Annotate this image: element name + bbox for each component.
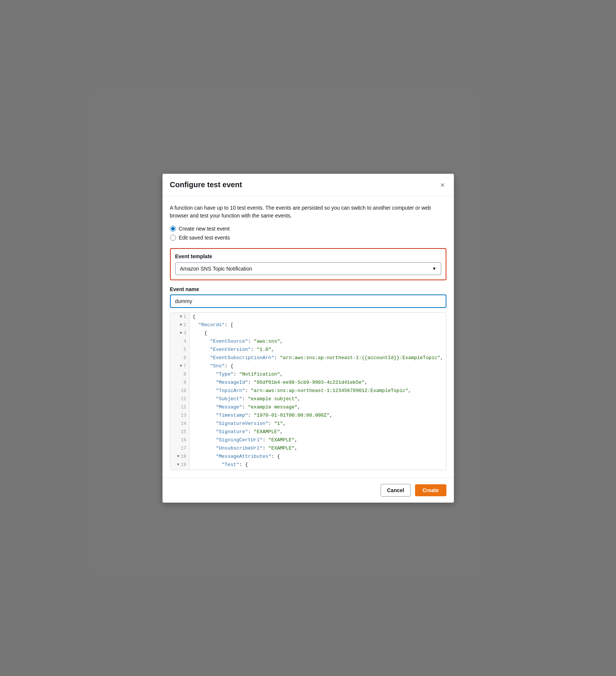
- line-number: 16: [170, 436, 190, 444]
- line-content: "Type": "String",: [190, 469, 446, 470]
- line-number: 14: [170, 420, 190, 428]
- line-content: "MessageId": "95df01b4-ee98-5cb9-9903-4c…: [190, 379, 446, 387]
- line-number: 11: [170, 395, 190, 403]
- table-row: 20 "Type": "String",: [170, 469, 446, 470]
- line-content: "Timestamp": "1970-01-01T00:00:00.000Z",: [190, 411, 446, 420]
- line-content: "Sns": {: [190, 362, 446, 370]
- line-number: 15: [170, 428, 190, 436]
- line-content: "MessageAttributes": {: [190, 453, 446, 461]
- line-number: 13: [170, 411, 190, 420]
- line-content: "TopicArn": "arn:aws:sns:ap-northeast-1:…: [190, 387, 446, 395]
- modal-header: Configure test event ×: [162, 174, 454, 197]
- line-content: "SigningCertUrl": "EXAMPLE",: [190, 436, 446, 444]
- modal-overlay: Configure test event × A function can ha…: [0, 0, 616, 676]
- line-number: ▼18: [170, 453, 190, 461]
- line-number: ▼19: [170, 461, 190, 469]
- table-row: 16 "SigningCertUrl": "EXAMPLE",: [170, 436, 446, 444]
- create-new-radio-label[interactable]: Create new test event: [170, 226, 446, 232]
- table-row: 5 "EventVersion": "1.0",: [170, 346, 446, 354]
- table-row: ▼3 {: [170, 329, 446, 337]
- table-row: 10 "TopicArn": "arn:aws:sns:ap-northeast…: [170, 387, 446, 395]
- code-editor[interactable]: ▼1 { ▼2 "Records": [ ▼3 { 4 "Event: [170, 312, 446, 470]
- line-content: "SignatureVersion": "1",: [190, 420, 446, 428]
- line-number: ▼2: [170, 321, 190, 329]
- line-content: "UnsubscribeUrl": "EXAMPLE",: [190, 444, 446, 453]
- table-row: 11 "Subject": "example subject",: [170, 395, 446, 403]
- modal-title: Configure test event: [170, 180, 242, 189]
- line-number: 12: [170, 403, 190, 411]
- line-number: 9: [170, 379, 190, 387]
- table-row: 6 "EventSubscriptionArn": "arn:aws:sns:a…: [170, 354, 446, 362]
- create-new-radio-text: Create new test event: [179, 226, 230, 232]
- cancel-button[interactable]: Cancel: [381, 484, 411, 497]
- line-number: 10: [170, 387, 190, 395]
- line-content: "EventSource": "aws:sns",: [190, 337, 446, 346]
- event-action-radio-group: Create new test event Edit saved test ev…: [170, 226, 446, 241]
- event-template-label: Event template: [175, 253, 441, 259]
- line-number: 17: [170, 444, 190, 453]
- table-row: ▼2 "Records": [: [170, 321, 446, 329]
- table-row: 13 "Timestamp": "1970-01-01T00:00:00.000…: [170, 411, 446, 420]
- line-content: {: [190, 313, 446, 321]
- code-lines-container: ▼1 { ▼2 "Records": [ ▼3 { 4 "Event: [170, 313, 446, 470]
- table-row: 15 "Signature": "EXAMPLE",: [170, 428, 446, 436]
- table-row: ▼7 "Sns": {: [170, 362, 446, 370]
- edit-saved-radio-text: Edit saved test events: [179, 235, 230, 241]
- configure-test-event-modal: Configure test event × A function can ha…: [162, 174, 454, 503]
- table-row: 17 "UnsubscribeUrl": "EXAMPLE",: [170, 444, 446, 453]
- table-row: ▼1 {: [170, 313, 446, 321]
- line-content: "Test": {: [190, 461, 446, 469]
- line-content: "EventSubscriptionArn": "arn:aws:sns:ap-…: [190, 354, 446, 362]
- event-template-select[interactable]: Amazon SNS Topic Notification Amazon S3 …: [175, 262, 441, 275]
- line-number: 20: [170, 469, 190, 470]
- line-number: 8: [170, 370, 190, 379]
- event-template-section: Event template Amazon SNS Topic Notifica…: [170, 248, 446, 280]
- line-content: "Subject": "example subject",: [190, 395, 446, 403]
- table-row: ▼18 "MessageAttributes": {: [170, 453, 446, 461]
- table-row: ▼19 "Test": {: [170, 461, 446, 469]
- line-content: "Records": [: [190, 321, 446, 329]
- close-button[interactable]: ×: [439, 180, 446, 190]
- modal-footer: Cancel Create: [162, 478, 454, 503]
- event-name-label: Event name: [170, 286, 446, 292]
- line-number: ▼7: [170, 362, 190, 370]
- table-row: 4 "EventSource": "aws:sns",: [170, 337, 446, 346]
- line-content: "Signature": "EXAMPLE",: [190, 428, 446, 436]
- line-number: 5: [170, 346, 190, 354]
- line-number: 6: [170, 354, 190, 362]
- line-number: 4: [170, 337, 190, 346]
- table-row: 8 "Type": "Notification",: [170, 370, 446, 379]
- modal-description: A function can have up to 10 test events…: [170, 204, 446, 220]
- table-row: 14 "SignatureVersion": "1",: [170, 420, 446, 428]
- modal-body: A function can have up to 10 test events…: [162, 197, 454, 478]
- line-content: "EventVersion": "1.0",: [190, 346, 446, 354]
- create-button[interactable]: Create: [415, 484, 446, 496]
- line-content: "Type": "Notification",: [190, 370, 446, 379]
- line-content: {: [190, 329, 446, 337]
- edit-saved-radio-label[interactable]: Edit saved test events: [170, 235, 446, 241]
- table-row: 12 "Message": "example message",: [170, 403, 446, 411]
- event-name-input[interactable]: [170, 294, 446, 308]
- line-number: ▼3: [170, 329, 190, 337]
- create-new-radio[interactable]: [170, 226, 176, 232]
- line-number: ▼1: [170, 313, 190, 321]
- event-template-dropdown-wrapper: Amazon SNS Topic Notification Amazon S3 …: [175, 262, 441, 275]
- edit-saved-radio[interactable]: [170, 235, 176, 241]
- line-content: "Message": "example message",: [190, 403, 446, 411]
- table-row: 9 "MessageId": "95df01b4-ee98-5cb9-9903-…: [170, 379, 446, 387]
